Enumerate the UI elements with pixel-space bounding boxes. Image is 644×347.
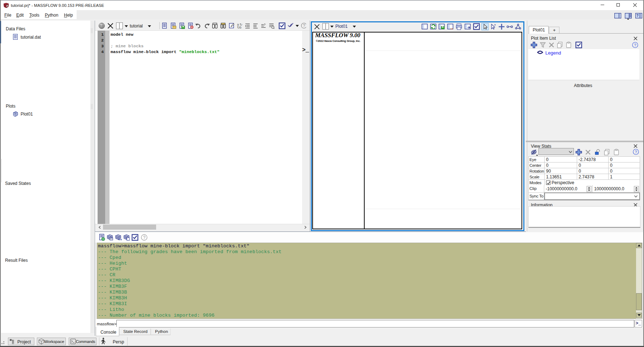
svg-text:b: b [240, 26, 241, 29]
svg-text:++: ++ [118, 238, 122, 242]
svg-text:?: ? [303, 23, 305, 28]
svg-text:?: ? [635, 150, 637, 154]
svg-text:?: ? [143, 235, 146, 240]
svg-text:?: ? [636, 14, 639, 18]
svg-text:?: ? [494, 23, 496, 27]
svg-text:?: ? [634, 43, 636, 47]
